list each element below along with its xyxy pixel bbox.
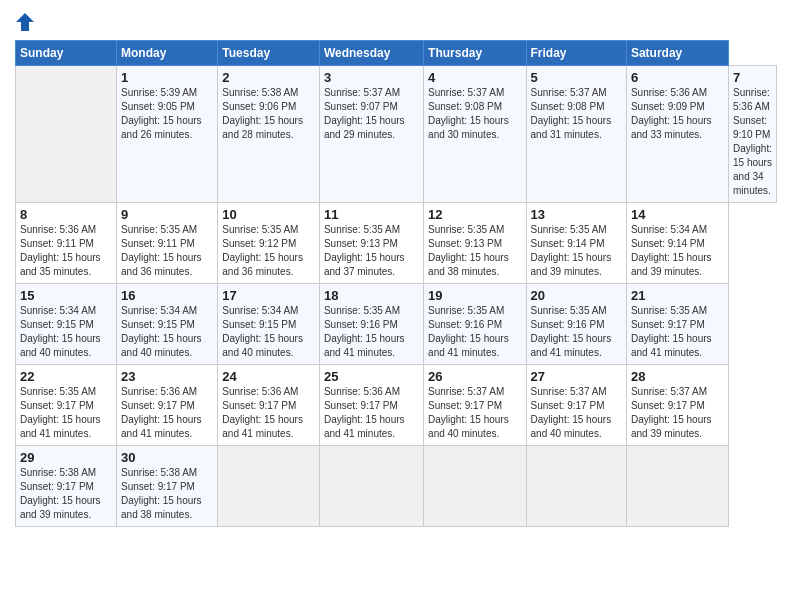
day-number: 4: [428, 70, 521, 85]
header-day: Saturday: [626, 41, 728, 66]
day-info: Sunrise: 5:35 AM Sunset: 9:11 PM Dayligh…: [121, 223, 213, 279]
day-info: Sunrise: 5:35 AM Sunset: 9:16 PM Dayligh…: [531, 304, 622, 360]
calendar-week: 22Sunrise: 5:35 AM Sunset: 9:17 PM Dayli…: [16, 365, 777, 446]
day-info: Sunrise: 5:35 AM Sunset: 9:13 PM Dayligh…: [428, 223, 521, 279]
calendar-day: 14Sunrise: 5:34 AM Sunset: 9:14 PM Dayli…: [626, 203, 728, 284]
day-info: Sunrise: 5:36 AM Sunset: 9:17 PM Dayligh…: [121, 385, 213, 441]
day-number: 19: [428, 288, 521, 303]
day-number: 6: [631, 70, 724, 85]
day-number: 10: [222, 207, 315, 222]
day-info: Sunrise: 5:37 AM Sunset: 9:17 PM Dayligh…: [531, 385, 622, 441]
calendar-day: 20Sunrise: 5:35 AM Sunset: 9:16 PM Dayli…: [526, 284, 626, 365]
day-info: Sunrise: 5:37 AM Sunset: 9:07 PM Dayligh…: [324, 86, 419, 142]
day-number: 28: [631, 369, 724, 384]
header-day: Friday: [526, 41, 626, 66]
calendar-day: 1Sunrise: 5:39 AM Sunset: 9:05 PM Daylig…: [117, 66, 218, 203]
calendar-table: SundayMondayTuesdayWednesdayThursdayFrid…: [15, 40, 777, 527]
day-info: Sunrise: 5:34 AM Sunset: 9:15 PM Dayligh…: [20, 304, 112, 360]
calendar-day: 18Sunrise: 5:35 AM Sunset: 9:16 PM Dayli…: [319, 284, 423, 365]
day-info: Sunrise: 5:35 AM Sunset: 9:17 PM Dayligh…: [20, 385, 112, 441]
calendar-day: 7Sunrise: 5:36 AM Sunset: 9:10 PM Daylig…: [729, 66, 777, 203]
day-info: Sunrise: 5:35 AM Sunset: 9:16 PM Dayligh…: [324, 304, 419, 360]
day-number: 27: [531, 369, 622, 384]
day-number: 14: [631, 207, 724, 222]
calendar-day: [626, 446, 728, 527]
calendar-day: 26Sunrise: 5:37 AM Sunset: 9:17 PM Dayli…: [424, 365, 526, 446]
day-number: 9: [121, 207, 213, 222]
calendar-day: 3Sunrise: 5:37 AM Sunset: 9:07 PM Daylig…: [319, 66, 423, 203]
logo-icon: [15, 12, 35, 32]
day-number: 18: [324, 288, 419, 303]
svg-marker-0: [16, 13, 34, 31]
calendar-week: 1Sunrise: 5:39 AM Sunset: 9:05 PM Daylig…: [16, 66, 777, 203]
day-info: Sunrise: 5:38 AM Sunset: 9:17 PM Dayligh…: [20, 466, 112, 522]
calendar-header: SundayMondayTuesdayWednesdayThursdayFrid…: [16, 41, 777, 66]
calendar-week: 8Sunrise: 5:36 AM Sunset: 9:11 PM Daylig…: [16, 203, 777, 284]
calendar-day: 10Sunrise: 5:35 AM Sunset: 9:12 PM Dayli…: [218, 203, 320, 284]
day-number: 5: [531, 70, 622, 85]
calendar-day: [319, 446, 423, 527]
day-info: Sunrise: 5:35 AM Sunset: 9:14 PM Dayligh…: [531, 223, 622, 279]
day-number: 30: [121, 450, 213, 465]
calendar-day: 5Sunrise: 5:37 AM Sunset: 9:08 PM Daylig…: [526, 66, 626, 203]
header: [15, 10, 777, 32]
logo: [15, 10, 39, 32]
day-number: 23: [121, 369, 213, 384]
day-info: Sunrise: 5:37 AM Sunset: 9:08 PM Dayligh…: [428, 86, 521, 142]
day-info: Sunrise: 5:39 AM Sunset: 9:05 PM Dayligh…: [121, 86, 213, 142]
day-number: 16: [121, 288, 213, 303]
day-number: 17: [222, 288, 315, 303]
day-info: Sunrise: 5:37 AM Sunset: 9:08 PM Dayligh…: [531, 86, 622, 142]
day-number: 24: [222, 369, 315, 384]
day-info: Sunrise: 5:37 AM Sunset: 9:17 PM Dayligh…: [428, 385, 521, 441]
day-number: 22: [20, 369, 112, 384]
calendar-day: 29Sunrise: 5:38 AM Sunset: 9:17 PM Dayli…: [16, 446, 117, 527]
calendar-day: [526, 446, 626, 527]
day-info: Sunrise: 5:36 AM Sunset: 9:17 PM Dayligh…: [222, 385, 315, 441]
day-info: Sunrise: 5:34 AM Sunset: 9:15 PM Dayligh…: [121, 304, 213, 360]
calendar-day: 24Sunrise: 5:36 AM Sunset: 9:17 PM Dayli…: [218, 365, 320, 446]
day-info: Sunrise: 5:36 AM Sunset: 9:11 PM Dayligh…: [20, 223, 112, 279]
day-number: 25: [324, 369, 419, 384]
header-day: Sunday: [16, 41, 117, 66]
day-number: 2: [222, 70, 315, 85]
calendar-day: 12Sunrise: 5:35 AM Sunset: 9:13 PM Dayli…: [424, 203, 526, 284]
calendar-day: 11Sunrise: 5:35 AM Sunset: 9:13 PM Dayli…: [319, 203, 423, 284]
calendar-week: 15Sunrise: 5:34 AM Sunset: 9:15 PM Dayli…: [16, 284, 777, 365]
day-number: 29: [20, 450, 112, 465]
day-info: Sunrise: 5:36 AM Sunset: 9:09 PM Dayligh…: [631, 86, 724, 142]
day-number: 3: [324, 70, 419, 85]
day-number: 1: [121, 70, 213, 85]
day-info: Sunrise: 5:36 AM Sunset: 9:17 PM Dayligh…: [324, 385, 419, 441]
calendar-day: 15Sunrise: 5:34 AM Sunset: 9:15 PM Dayli…: [16, 284, 117, 365]
calendar-day: [16, 66, 117, 203]
day-info: Sunrise: 5:38 AM Sunset: 9:17 PM Dayligh…: [121, 466, 213, 522]
day-info: Sunrise: 5:34 AM Sunset: 9:15 PM Dayligh…: [222, 304, 315, 360]
day-info: Sunrise: 5:37 AM Sunset: 9:17 PM Dayligh…: [631, 385, 724, 441]
calendar-day: 23Sunrise: 5:36 AM Sunset: 9:17 PM Dayli…: [117, 365, 218, 446]
day-number: 12: [428, 207, 521, 222]
calendar-body: 1Sunrise: 5:39 AM Sunset: 9:05 PM Daylig…: [16, 66, 777, 527]
day-info: Sunrise: 5:34 AM Sunset: 9:14 PM Dayligh…: [631, 223, 724, 279]
day-number: 26: [428, 369, 521, 384]
day-number: 8: [20, 207, 112, 222]
calendar-day: 28Sunrise: 5:37 AM Sunset: 9:17 PM Dayli…: [626, 365, 728, 446]
day-info: Sunrise: 5:36 AM Sunset: 9:10 PM Dayligh…: [733, 86, 772, 198]
calendar-day: 8Sunrise: 5:36 AM Sunset: 9:11 PM Daylig…: [16, 203, 117, 284]
calendar-day: 22Sunrise: 5:35 AM Sunset: 9:17 PM Dayli…: [16, 365, 117, 446]
header-day: Monday: [117, 41, 218, 66]
calendar-day: 27Sunrise: 5:37 AM Sunset: 9:17 PM Dayli…: [526, 365, 626, 446]
header-day: Wednesday: [319, 41, 423, 66]
day-info: Sunrise: 5:35 AM Sunset: 9:17 PM Dayligh…: [631, 304, 724, 360]
header-day: Tuesday: [218, 41, 320, 66]
calendar-week: 29Sunrise: 5:38 AM Sunset: 9:17 PM Dayli…: [16, 446, 777, 527]
header-day: Thursday: [424, 41, 526, 66]
day-number: 13: [531, 207, 622, 222]
calendar-day: [218, 446, 320, 527]
header-row: SundayMondayTuesdayWednesdayThursdayFrid…: [16, 41, 777, 66]
calendar-day: 2Sunrise: 5:38 AM Sunset: 9:06 PM Daylig…: [218, 66, 320, 203]
calendar-day: 17Sunrise: 5:34 AM Sunset: 9:15 PM Dayli…: [218, 284, 320, 365]
day-info: Sunrise: 5:35 AM Sunset: 9:12 PM Dayligh…: [222, 223, 315, 279]
calendar-day: 21Sunrise: 5:35 AM Sunset: 9:17 PM Dayli…: [626, 284, 728, 365]
calendar-day: 4Sunrise: 5:37 AM Sunset: 9:08 PM Daylig…: [424, 66, 526, 203]
